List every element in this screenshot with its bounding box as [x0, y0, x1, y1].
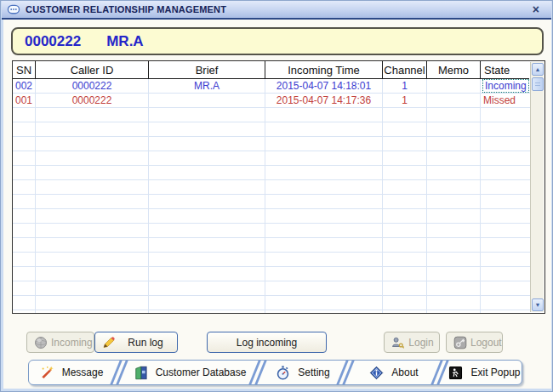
key-badge-icon: [453, 336, 467, 349]
tab-about[interactable]: About: [353, 361, 435, 384]
table-row-empty[interactable]: [13, 253, 530, 267]
tab-setting-label: Setting: [298, 366, 329, 378]
table-row-missed[interactable]: 001 0000222 2015-04-07 14:17:36 1 Missed: [13, 94, 530, 108]
crm-popup-window: CUSTOMER RELATIONSHIP MANAGEMENT × 00002…: [0, 0, 553, 392]
tab-separator: [114, 361, 127, 384]
table-row-incoming[interactable]: 002 0000222 MR.A 2015-04-07 14:18:01 1 I…: [13, 79, 530, 94]
info-diamond-icon: [369, 366, 384, 380]
globe-icon: [34, 336, 48, 349]
cell-brief: MR.A: [149, 79, 265, 94]
table-row-empty[interactable]: [13, 310, 530, 313]
pencil-icon: [102, 336, 116, 349]
table-row-empty[interactable]: [13, 209, 530, 224]
table-row-empty[interactable]: [13, 151, 530, 166]
chat-bubble-icon: [7, 3, 20, 16]
window-title: CUSTOMER RELATIONSHIP MANAGEMENT: [26, 4, 527, 14]
tab-setting[interactable]: Setting: [265, 361, 340, 384]
exit-icon: [448, 366, 463, 380]
banner-caller-id: 0000222: [25, 33, 81, 50]
tab-message-label: Message: [62, 366, 104, 378]
column-header-sn[interactable]: SN: [13, 61, 36, 79]
table-row-empty[interactable]: [13, 137, 530, 151]
cell-channel: 1: [383, 79, 427, 94]
logout-button[interactable]: Logout: [446, 332, 503, 353]
incoming-button-label: Incoming: [51, 337, 93, 349]
run-log-button-label: Run log: [119, 337, 172, 349]
vertical-scrollbar[interactable]: ▲ ▼: [530, 62, 544, 312]
table-row-empty[interactable]: [13, 166, 530, 180]
open-door-icon: [134, 366, 148, 380]
table-row-empty[interactable]: [13, 281, 530, 296]
tab-about-label: About: [391, 366, 418, 378]
table-row-empty[interactable]: [13, 224, 530, 238]
cell-incoming-time: 2015-04-07 14:17:36: [265, 94, 383, 108]
focused-state-cell[interactable]: Incoming: [483, 80, 528, 92]
table-row-empty[interactable]: [13, 296, 530, 310]
titlebar[interactable]: CUSTOMER RELATIONSHIP MANAGEMENT ×: [2, 1, 551, 20]
logout-button-label: Logout: [470, 337, 502, 349]
user-key-icon: [391, 336, 405, 349]
cell-sn: 002: [13, 79, 36, 94]
scroll-down-button[interactable]: ▼: [532, 298, 544, 311]
tab-message[interactable]: Message: [29, 361, 114, 384]
table-row-empty[interactable]: [13, 180, 530, 195]
call-log-table: SN Caller ID Brief Incoming Time Channel…: [12, 60, 545, 314]
incoming-button[interactable]: Incoming: [26, 332, 94, 353]
table-row-empty[interactable]: [13, 238, 530, 253]
column-header-state[interactable]: State: [481, 61, 529, 79]
table-header: SN Caller ID Brief Incoming Time Channel…: [13, 61, 544, 79]
cell-caller-id: 0000222: [36, 94, 149, 108]
scroll-up-button[interactable]: ▲: [532, 63, 544, 76]
cell-caller-id: 0000222: [36, 79, 149, 94]
tab-exit-popup[interactable]: Exit Popup: [448, 361, 522, 384]
cell-state: Incoming: [481, 79, 530, 94]
table-row-empty[interactable]: [13, 108, 530, 122]
log-incoming-button-label: Log incoming: [213, 337, 321, 349]
cell-state: Missed: [481, 94, 530, 108]
cell-memo: [427, 94, 481, 108]
column-header-caller-id[interactable]: Caller ID: [36, 61, 149, 79]
login-button-label: Login: [408, 337, 434, 349]
magic-wand-icon: [40, 366, 54, 380]
column-header-brief[interactable]: Brief: [149, 61, 265, 79]
column-header-incoming-time[interactable]: Incoming Time: [265, 61, 383, 79]
tab-customer-database[interactable]: Customer Database: [127, 361, 253, 384]
column-header-memo[interactable]: Memo: [427, 61, 481, 79]
tab-separator: [253, 361, 265, 384]
table-row-empty[interactable]: [13, 122, 530, 137]
tab-customer-database-label: Customer Database: [156, 366, 247, 378]
cell-brief: [149, 94, 265, 108]
scrollbar-thumb[interactable]: [532, 77, 544, 91]
cell-incoming-time: 2015-04-07 14:18:01: [265, 79, 383, 94]
cell-memo: [427, 79, 481, 94]
login-button[interactable]: Login: [384, 332, 440, 353]
cell-channel: 1: [383, 94, 427, 108]
log-incoming-button[interactable]: Log incoming: [207, 332, 327, 353]
cell-sn: 001: [13, 94, 36, 108]
table-row-empty[interactable]: [13, 267, 530, 281]
banner-caller-name: MR.A: [106, 33, 143, 50]
stopwatch-icon: [276, 366, 290, 380]
table-body: 002 0000222 MR.A 2015-04-07 14:18:01 1 I…: [13, 79, 530, 313]
close-button[interactable]: ×: [527, 3, 544, 16]
run-log-button[interactable]: Run log: [94, 332, 178, 353]
tab-separator: [340, 361, 353, 384]
tab-exit-popup-label: Exit Popup: [470, 366, 520, 378]
table-row-empty[interactable]: [13, 195, 530, 209]
tab-separator: [435, 361, 448, 384]
bottom-tabbar: Message Customer Database Setting About: [28, 360, 522, 385]
column-header-channel[interactable]: Channel: [383, 61, 427, 79]
caller-banner: 0000222 MR.A: [11, 27, 544, 55]
